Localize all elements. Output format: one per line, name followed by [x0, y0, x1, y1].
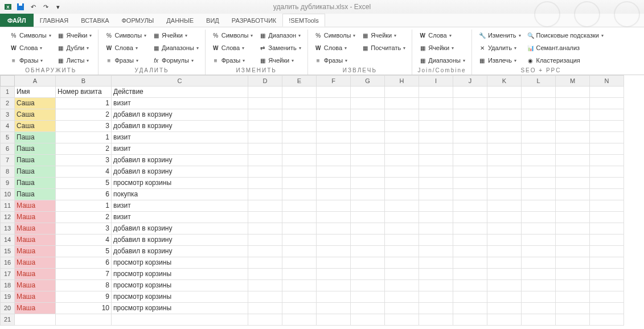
cell-L15[interactable] — [522, 246, 556, 257]
tab-data[interactable]: ДАННЫЕ — [160, 14, 200, 27]
cell-C12[interactable]: визит — [112, 212, 248, 223]
cell-A20[interactable]: Маша — [15, 303, 56, 314]
cell-K3[interactable] — [487, 109, 522, 121]
cell-A15[interactable]: Маша — [15, 246, 56, 257]
cell-L12[interactable] — [522, 212, 556, 223]
cell-K14[interactable] — [487, 235, 522, 246]
cell-D20[interactable] — [248, 303, 282, 314]
cell-A5[interactable]: Паша — [15, 132, 56, 143]
cell-D5[interactable] — [248, 132, 282, 143]
cell-L13[interactable] — [522, 223, 556, 235]
cell-A12[interactable]: Маша — [15, 212, 56, 223]
change-phrases-button[interactable]: ≡Фразы▾ — [210, 55, 255, 66]
cell-N11[interactable] — [590, 200, 624, 212]
cell-D2[interactable] — [248, 98, 282, 109]
cell-H21[interactable] — [385, 314, 419, 326]
cell-N19[interactable] — [590, 291, 624, 303]
cell-M3[interactable] — [556, 109, 590, 121]
cell-E16[interactable] — [282, 257, 317, 269]
tab-semtools[interactable]: !SEMTools — [282, 14, 325, 27]
cell-B2[interactable]: 1 — [56, 98, 112, 109]
cell-E15[interactable] — [282, 246, 317, 257]
detect-phrases-button[interactable]: ≡Фразы▾ — [8, 55, 53, 66]
cell-I12[interactable] — [419, 212, 453, 223]
cell-G21[interactable] — [351, 314, 385, 326]
cell-K12[interactable] — [487, 212, 522, 223]
change-replace-button[interactable]: ⇄Заменить▾ — [257, 42, 302, 54]
extract-symbols-button[interactable]: %Символы▾ — [313, 30, 358, 41]
cell-K20[interactable] — [487, 303, 522, 314]
cell-H4[interactable] — [385, 121, 419, 132]
cell-I15[interactable] — [419, 246, 453, 257]
cell-M10[interactable] — [556, 189, 590, 200]
cell-F19[interactable] — [317, 291, 351, 303]
cell-K7[interactable] — [487, 155, 522, 166]
cell-K5[interactable] — [487, 132, 522, 143]
cell-D3[interactable] — [248, 109, 282, 121]
cell-M11[interactable] — [556, 200, 590, 212]
cell-L11[interactable] — [522, 200, 556, 212]
cell-J5[interactable] — [453, 132, 487, 143]
cell-C11[interactable]: визит — [112, 200, 248, 212]
seo-change-button[interactable]: 🔧Изменить▾ — [477, 30, 523, 41]
cell-C3[interactable]: добавил в корзину — [112, 109, 248, 121]
cell-G15[interactable] — [351, 246, 385, 257]
cell-E11[interactable] — [282, 200, 317, 212]
seo-extract-button[interactable]: ▦Извлечь▾ — [477, 55, 523, 66]
column-header-H[interactable]: H — [385, 75, 419, 87]
cell-E13[interactable] — [282, 223, 317, 235]
cell-A4[interactable]: Саша — [15, 121, 56, 132]
cell-N17[interactable] — [590, 269, 624, 280]
row-header-13[interactable]: 13 — [0, 223, 15, 235]
cell-F17[interactable] — [317, 269, 351, 280]
cell-G7[interactable] — [351, 155, 385, 166]
cell-D10[interactable] — [248, 189, 282, 200]
cell-D21[interactable] — [248, 314, 282, 326]
column-header-M[interactable]: M — [556, 75, 590, 87]
cell-H11[interactable] — [385, 200, 419, 212]
cell-H10[interactable] — [385, 189, 419, 200]
column-header-B[interactable]: B — [56, 75, 112, 87]
cell-E1[interactable] — [282, 87, 317, 98]
cell-C15[interactable]: добавил в корзину — [112, 246, 248, 257]
cell-D13[interactable] — [248, 223, 282, 235]
cell-H7[interactable] — [385, 155, 419, 166]
change-range-button[interactable]: ▦Диапазон▾ — [257, 30, 302, 41]
cell-B16[interactable]: 6 — [56, 257, 112, 269]
cell-B9[interactable]: 5 — [56, 178, 112, 189]
seo-semant-button[interactable]: 📊Семант.анализ — [525, 42, 605, 54]
seo-delete-button[interactable]: ✕Удалить▾ — [477, 42, 523, 54]
cell-K10[interactable] — [487, 189, 522, 200]
row-header-9[interactable]: 9 — [0, 178, 15, 189]
change-symbols-button[interactable]: %Символы▾ — [210, 30, 255, 41]
cell-M14[interactable] — [556, 235, 590, 246]
cell-L17[interactable] — [522, 269, 556, 280]
cell-L6[interactable] — [522, 143, 556, 155]
cell-F2[interactable] — [317, 98, 351, 109]
cell-C7[interactable]: добавил в корзину — [112, 155, 248, 166]
cell-F8[interactable] — [317, 166, 351, 178]
cell-M12[interactable] — [556, 212, 590, 223]
cell-B18[interactable]: 8 — [56, 280, 112, 291]
cell-C16[interactable]: просмотр корзины — [112, 257, 248, 269]
cell-I4[interactable] — [419, 121, 453, 132]
cell-H2[interactable] — [385, 98, 419, 109]
cell-D11[interactable] — [248, 200, 282, 212]
cell-K19[interactable] — [487, 291, 522, 303]
cell-J20[interactable] — [453, 303, 487, 314]
cell-B1[interactable]: Номер визита — [56, 87, 112, 98]
delete-ranges-button[interactable]: ▦Диапазоны▾ — [150, 42, 200, 54]
cell-C2[interactable]: визит — [112, 98, 248, 109]
cell-K17[interactable] — [487, 269, 522, 280]
cell-G13[interactable] — [351, 223, 385, 235]
cell-N5[interactable] — [590, 132, 624, 143]
cell-J19[interactable] — [453, 291, 487, 303]
cell-C13[interactable]: добавил в корзину — [112, 223, 248, 235]
cell-L3[interactable] — [522, 109, 556, 121]
seo-hints-button[interactable]: 🔍Поисковые подсказки▾ — [525, 30, 605, 41]
row-header-17[interactable]: 17 — [0, 269, 15, 280]
cell-I17[interactable] — [419, 269, 453, 280]
cell-C18[interactable]: просмотр корзины — [112, 280, 248, 291]
detect-dupes-button[interactable]: ▦Дубли▾ — [55, 42, 94, 54]
excel-icon[interactable]: X — [2, 2, 14, 12]
